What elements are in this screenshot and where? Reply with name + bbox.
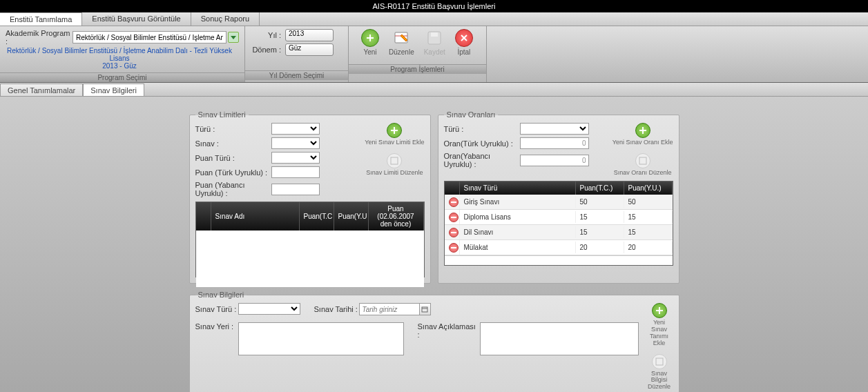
sl-grid: Sınav Adı Puan(T.C Puan(Y.U Puan (02.06.… (195, 202, 425, 277)
sl-puanturk-label: Puan (Türk Uyruklu) : (195, 168, 271, 177)
sl-puanturu-select[interactable] (271, 152, 320, 164)
so-col-yu: Puan(Y.U.) (624, 182, 673, 195)
sinav-bilgileri-legend: Sınav Bilgileri (195, 291, 247, 299)
so-cell-tc: 20 (576, 242, 624, 253)
so-cell-tc: 50 (576, 196, 624, 208)
sb-aciklama-input[interactable] (480, 322, 639, 355)
delete-icon[interactable] (449, 228, 459, 237)
content-area: Sınav Limitleri Türü : Sınav : Puan Türü… (0, 97, 868, 392)
yil-select[interactable]: 2013 (285, 29, 334, 41)
main-tab-bar: Enstitü Tanımlama Enstitü Başvuru Görünt… (0, 12, 868, 26)
sl-turu-label: Türü : (195, 125, 271, 133)
sb-edit-button[interactable]: Sınav Bilgisi Düzenle (646, 354, 673, 391)
program-link[interactable]: Rektörlük / Sosyal Bilimler Enstitüsü / … (6, 47, 233, 62)
so-oranyab-label: Oran(Yabancı Uyruklu) : (444, 152, 520, 168)
sub-tab-sinav[interactable]: Sınav Bilgileri (83, 84, 144, 96)
svg-rect-3 (431, 32, 438, 37)
sl-add-button[interactable]: Yeni Sınav Limiti Ekle (365, 123, 424, 146)
so-cell-tc: 15 (576, 226, 624, 238)
donem-label: Dönem : (251, 46, 285, 54)
sb-add-label: Yeni Sınav Tanımı Ekle (646, 320, 673, 347)
ribbon-group-yildonem: Yıl : 2013 Dönem : Güz Yıl Dönem Seçimi (245, 26, 349, 82)
so-turu-select[interactable] (520, 123, 589, 135)
so-edit-label: Sınav Oranı Düzenle (614, 170, 672, 177)
sl-puanturu-label: Puan Türü : (195, 154, 271, 162)
sinav-oranlari-panel: Sınav Oranları Türü : Oran(Türk Uyruklu)… (438, 110, 679, 284)
plus-icon (652, 303, 667, 318)
so-grid: Sınav Türü Puan(T.C.) Puan(Y.U.) Giriş S… (444, 181, 673, 266)
so-cell-yu: 50 (624, 196, 673, 208)
delete-icon[interactable] (449, 243, 459, 253)
ribbon-group-footer-islemler: Program İşlemleri (349, 64, 486, 74)
main-tab-basvuru-goruntule[interactable]: Enstitü Başvuru Görüntüle (82, 12, 191, 26)
so-oranyab-input[interactable] (520, 155, 589, 166)
svg-rect-8 (656, 358, 663, 365)
cancel-icon (455, 29, 473, 47)
svg-rect-6 (422, 307, 427, 312)
sl-grid-body (196, 231, 424, 287)
ribbon: Akademik Program : Rektörlük / Sosyal Bi… (0, 26, 868, 83)
sl-sinav-select[interactable] (271, 137, 320, 149)
ribbon-group-footer-yildonem: Yıl Dönem Seçimi (245, 70, 348, 80)
sb-edit-label: Sınav Bilgisi Düzenle (646, 371, 673, 391)
edit-icon (635, 153, 650, 168)
sl-puanyab-label: Puan (Yabancı Uyruklu) : (195, 181, 271, 197)
so-add-button[interactable]: Yeni Sınav Oranı Ekle (613, 123, 673, 146)
sb-yeri-label: Sınav Yeri : (195, 322, 238, 331)
iptal-label: İptal (457, 48, 470, 56)
sb-add-button[interactable]: Yeni Sınav Tanımı Ekle (646, 303, 673, 347)
sb-tarih-label: Sınav Tarihi : (314, 305, 359, 313)
sl-puanturk-input[interactable] (271, 166, 320, 178)
table-row[interactable]: Dil Sınavı 15 15 (445, 225, 673, 240)
so-cell-tur: Giriş Sınavı (460, 196, 576, 208)
so-cell-tur: Diploma Lisans (460, 211, 576, 223)
sb-tarih-input[interactable] (359, 303, 420, 315)
donem-select[interactable]: Güz (285, 43, 334, 56)
table-row[interactable]: Giriş Sınavı 50 50 (445, 195, 673, 210)
svg-rect-5 (639, 157, 646, 164)
so-edit-button[interactable]: Sınav Oranı Düzenle (614, 153, 672, 177)
iptal-button[interactable]: İptal (455, 29, 473, 56)
window-title: AIS-R0117 Enstitü Başvuru İşlemleri (0, 0, 868, 12)
so-cell-yu: 15 (624, 226, 673, 238)
sl-puanyab-input[interactable] (271, 184, 320, 195)
yeni-button[interactable]: Yeni (361, 29, 379, 56)
calendar-icon[interactable] (420, 303, 431, 315)
table-row[interactable]: Diploma Lisans 15 15 (445, 210, 673, 225)
sl-turu-select[interactable] (271, 123, 320, 135)
so-cell-tc: 15 (576, 211, 624, 223)
save-icon (425, 29, 443, 47)
delete-icon[interactable] (449, 213, 459, 222)
so-col-tc: Puan(T.C.) (576, 182, 624, 195)
sinav-bilgileri-panel: Sınav Bilgileri Sınav Türü : Sınav Tarih… (189, 291, 679, 392)
so-cell-tur: Dil Sınavı (460, 226, 576, 238)
kaydet-button[interactable]: Kaydet (424, 29, 445, 56)
ribbon-group-program: Akademik Program : Rektörlük / Sosyal Bi… (0, 26, 245, 82)
sb-yeri-input[interactable] (238, 322, 404, 355)
duzenle-button[interactable]: Düzenle (389, 29, 414, 56)
delete-icon[interactable] (449, 197, 459, 207)
so-oranturk-input[interactable] (520, 137, 589, 149)
so-cell-yu: 15 (624, 211, 673, 223)
so-add-label: Yeni Sınav Oranı Ekle (613, 139, 673, 146)
plus-icon (635, 123, 650, 138)
so-cell-yu: 20 (624, 242, 673, 253)
akademik-program-input[interactable] (73, 31, 226, 43)
edit-icon (392, 29, 410, 47)
ribbon-group-footer-program: Program Seçimi (0, 72, 244, 82)
so-grid-body: Giriş Sınavı 50 50 Diploma Lisans 15 15 … (445, 195, 673, 255)
program-select-down-icon[interactable] (228, 32, 239, 43)
main-tab-sonuc-raporu[interactable]: Sonuç Raporu (191, 12, 260, 26)
sl-add-label: Yeni Sınav Limiti Ekle (365, 139, 424, 146)
main-tab-enstitu-tanimlama[interactable]: Enstitü Tanımlama (0, 12, 82, 26)
sinav-oranlari-legend: Sınav Oranları (444, 110, 499, 119)
sb-turu-select[interactable] (238, 303, 300, 315)
svg-rect-4 (391, 157, 398, 164)
sl-col-yu: Puan(Y.U (334, 202, 369, 231)
table-row[interactable]: Mülakat 20 20 (445, 240, 673, 255)
sl-edit-button[interactable]: Sınav Limiti Düzenle (366, 153, 423, 177)
sinav-limitleri-panel: Sınav Limitleri Türü : Sınav : Puan Türü… (189, 110, 431, 284)
sub-tab-genel[interactable]: Genel Tanımlamalar (0, 84, 83, 96)
kaydet-label: Kaydet (424, 48, 445, 56)
sl-col-eski: Puan (02.06.2007 den önce) (369, 202, 424, 231)
